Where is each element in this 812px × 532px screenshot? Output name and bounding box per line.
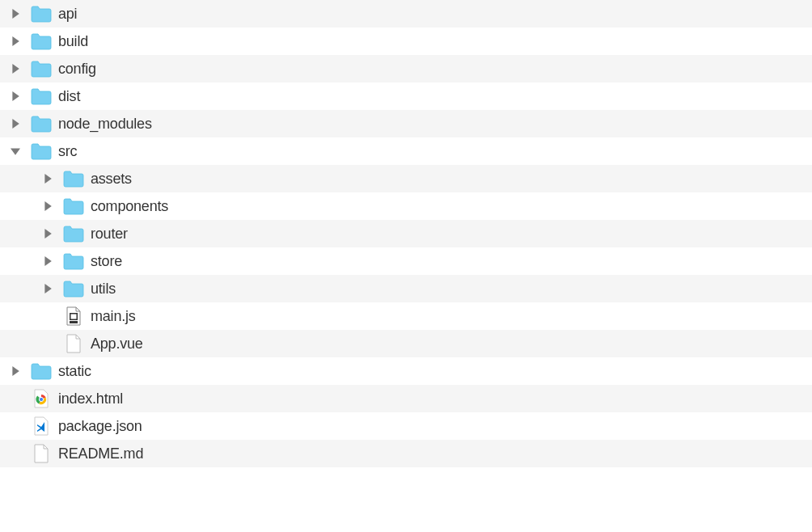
tree-row[interactable]: utils (0, 275, 812, 302)
folder-icon (63, 252, 84, 270)
svg-marker-6 (44, 174, 51, 184)
tree-row[interactable]: index.html (0, 385, 812, 412)
tree-row[interactable]: node_modules (0, 110, 812, 137)
tree-item-label: components (91, 198, 168, 215)
file-tree: api build config dist node_modules src a… (0, 0, 812, 467)
tree-row[interactable]: src (0, 137, 812, 165)
chevron-right-icon[interactable] (10, 91, 21, 102)
folder-icon (63, 225, 84, 243)
tree-item-label: build (58, 33, 88, 50)
folder-icon (31, 142, 52, 160)
tree-row[interactable]: README.md (0, 440, 812, 467)
tree-item-label: store (91, 253, 122, 270)
svg-marker-1 (12, 36, 19, 46)
folder-icon (31, 60, 52, 78)
blank-file-icon (31, 445, 52, 462)
tree-item-label: README.md (58, 445, 143, 462)
blank-file-icon (63, 335, 84, 353)
js-file-icon (63, 307, 84, 325)
tree-item-label: api (58, 6, 77, 23)
tree-row[interactable]: store (0, 247, 812, 275)
tree-row[interactable]: router (0, 220, 812, 247)
vscode-file-icon (31, 417, 52, 435)
chevron-right-icon[interactable] (10, 36, 21, 47)
tree-row[interactable]: package.json (0, 412, 812, 440)
tree-item-label: index.html (58, 391, 123, 407)
chrome-file-icon (31, 390, 52, 407)
chevron-right-icon[interactable] (10, 365, 21, 377)
chevron-right-icon[interactable] (42, 228, 53, 239)
folder-icon (63, 170, 84, 188)
tree-row[interactable]: assets (0, 165, 812, 192)
chevron-right-icon[interactable] (42, 283, 53, 294)
svg-rect-12 (71, 315, 77, 319)
chevron-right-icon[interactable] (10, 8, 21, 19)
tree-row[interactable]: dist (0, 82, 812, 110)
svg-marker-3 (12, 91, 19, 101)
chevron-right-icon[interactable] (42, 173, 53, 184)
folder-icon (31, 115, 52, 133)
tree-item-label: assets (91, 171, 132, 188)
tree-row[interactable]: App.vue (0, 330, 812, 357)
chevron-right-icon[interactable] (42, 255, 53, 267)
svg-marker-4 (12, 119, 19, 129)
folder-icon (63, 197, 84, 215)
tree-item-label: src (58, 143, 77, 160)
tree-item-label: node_modules (58, 116, 152, 133)
chevron-right-icon[interactable] (10, 63, 21, 74)
svg-marker-14 (12, 366, 19, 376)
svg-rect-13 (70, 321, 78, 323)
tree-item-label: static (58, 363, 91, 380)
tree-item-label: App.vue (91, 336, 143, 353)
chevron-down-icon[interactable] (10, 146, 21, 157)
tree-item-label: package.json (58, 418, 142, 435)
chevron-right-icon[interactable] (10, 118, 21, 129)
svg-marker-5 (11, 148, 20, 154)
tree-row[interactable]: api (0, 0, 812, 27)
folder-icon (63, 280, 84, 298)
tree-row[interactable]: config (0, 55, 812, 82)
tree-item-label: config (58, 61, 96, 78)
svg-marker-8 (44, 229, 51, 239)
svg-marker-0 (12, 9, 19, 19)
svg-marker-7 (44, 201, 51, 211)
tree-item-label: main.js (91, 308, 136, 325)
svg-marker-2 (12, 64, 19, 74)
folder-icon (31, 32, 52, 50)
tree-item-label: dist (58, 88, 80, 105)
tree-item-label: utils (91, 281, 116, 298)
tree-row[interactable]: static (0, 357, 812, 385)
tree-row[interactable]: components (0, 192, 812, 220)
folder-icon (31, 5, 52, 23)
folder-icon (31, 362, 52, 380)
tree-item-label: router (91, 226, 128, 243)
tree-row[interactable]: main.js (0, 302, 812, 330)
folder-icon (31, 87, 52, 105)
svg-marker-9 (44, 256, 51, 266)
chevron-right-icon[interactable] (42, 201, 53, 212)
svg-marker-10 (44, 284, 51, 293)
tree-row[interactable]: build (0, 27, 812, 55)
